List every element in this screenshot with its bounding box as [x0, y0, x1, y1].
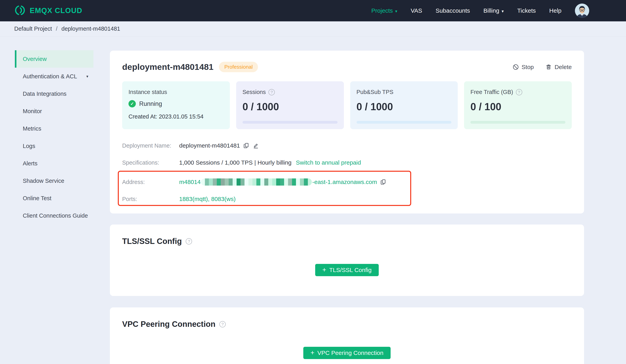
address-redaction: [201, 179, 312, 185]
redacted-block: [260, 179, 264, 185]
plan-badge: Professional: [219, 62, 258, 72]
nav-label: Projects: [371, 7, 393, 14]
sidebar-item-logs[interactable]: Logs: [15, 137, 93, 155]
breadcrumb-current: deployment-m4801481: [61, 26, 120, 32]
address-suffix: -east-1.amazonaws.com: [312, 179, 377, 185]
redacted-block: [233, 179, 236, 185]
address-prefix: m48014: [179, 179, 200, 185]
ports-value: 1883(mqtt), 8083(ws): [179, 196, 235, 202]
breadcrumb-separator: /: [56, 26, 57, 32]
delete-button[interactable]: Delete: [545, 64, 572, 71]
stop-label: Stop: [522, 64, 534, 71]
metric-value: 0 / 1000: [356, 101, 452, 112]
nav-label: VAS: [411, 7, 422, 14]
nav-label: Billing: [483, 7, 499, 14]
metric-cards: Instance status ✓ Running Created At: 20…: [122, 81, 572, 129]
sidebar-item-monitor[interactable]: Monitor: [15, 103, 93, 120]
metric-pubsub-tps: Pub&Sub TPS 0 / 1000: [350, 81, 458, 129]
stop-icon: [512, 64, 519, 71]
redacted-block: [276, 179, 280, 185]
specifications-label: Specifications:: [122, 159, 179, 166]
trash-icon: [545, 64, 552, 71]
redacted-block: [264, 179, 268, 185]
sidebar: Overview Authentication & ACL ▾ Data Int…: [0, 36, 93, 224]
metric-free-traffic: Free Traffic (GB) ? 0 / 100: [464, 81, 572, 129]
nav-item-help[interactable]: Help: [549, 7, 561, 14]
switch-to-annual-prepaid-link[interactable]: Switch to annual prepaid: [296, 159, 361, 166]
specifications-row: Specifications: 1,000 Sessions / 1,000 T…: [122, 158, 572, 168]
brand-logo[interactable]: EMQX CLOUD: [14, 4, 82, 17]
nav-item-projects[interactable]: Projects ▾: [371, 7, 397, 14]
add-vpc-peering-connection-button[interactable]: + VPC Peering Connection: [303, 347, 391, 359]
created-at: Created At: 2023.01.05 15:54: [128, 113, 224, 120]
plus-icon: +: [322, 266, 326, 273]
sidebar-item-label: Online Test: [23, 195, 51, 202]
sidebar-item-online-test[interactable]: Online Test: [15, 189, 93, 207]
top-navigation: Projects ▾ VAS Subaccounts Billing ▾ Tic…: [371, 3, 589, 18]
sidebar-item-alerts[interactable]: Alerts: [15, 155, 93, 172]
redacted-block: [280, 179, 284, 185]
sidebar-item-overview[interactable]: Overview: [15, 50, 93, 68]
redacted-block: [300, 179, 304, 185]
sidebar-item-authentication-acl[interactable]: Authentication & ACL ▾: [15, 68, 93, 85]
sidebar-item-label: Data Integrations: [23, 91, 67, 97]
copy-button[interactable]: [243, 143, 249, 149]
deployment-name-row: Deployment Name: deployment-m4801481: [122, 141, 572, 150]
redacted-block: [304, 179, 308, 185]
sidebar-item-data-integrations[interactable]: Data Integrations: [15, 85, 93, 103]
ports-label: Ports:: [122, 196, 179, 202]
redacted-block: [236, 179, 240, 185]
address-label: Address:: [122, 179, 179, 185]
topbar: EMQX CLOUD Projects ▾ VAS Subaccounts Bi…: [0, 0, 626, 21]
sidebar-item-client-connections-guide[interactable]: Client Connections Guide: [15, 207, 93, 224]
metric-instance-status: Instance status ✓ Running Created At: 20…: [122, 81, 230, 129]
redacted-block: [252, 179, 256, 185]
redacted-block: [288, 179, 292, 185]
sidebar-item-label: Alerts: [23, 160, 38, 167]
copy-icon: [243, 143, 249, 149]
deployment-overview-card: deployment-m4801481 Professional Stop: [110, 51, 584, 214]
metric-sessions: Sessions ? 0 / 1000: [236, 81, 344, 129]
user-avatar[interactable]: [575, 3, 589, 18]
edit-name-button[interactable]: [253, 143, 259, 149]
deployment-name-value: deployment-m4801481: [179, 142, 240, 149]
address-row: Address: m48014 -east-1.amazonaws.com: [122, 177, 572, 187]
metric-value: 0 / 100: [470, 101, 565, 112]
redacted-block: [201, 179, 205, 185]
caret-down-icon: ▾: [502, 9, 504, 13]
redacted-block: [217, 179, 221, 185]
redacted-block: [296, 179, 300, 185]
redacted-block: [268, 179, 272, 185]
stop-button[interactable]: Stop: [512, 64, 534, 71]
metric-label: Instance status: [128, 89, 167, 95]
sidebar-item-shadow-service[interactable]: Shadow Service: [15, 172, 93, 189]
nav-item-vas[interactable]: VAS: [411, 7, 422, 14]
breadcrumb: Default Project / deployment-m4801481: [0, 21, 626, 36]
copy-address-button[interactable]: [380, 179, 387, 185]
breadcrumb-project[interactable]: Default Project: [14, 26, 52, 32]
redacted-block: [209, 179, 213, 185]
help-icon[interactable]: ?: [269, 89, 275, 95]
nav-item-subaccounts[interactable]: Subaccounts: [435, 7, 470, 14]
progress-bar: [470, 121, 565, 124]
address-ports-group: Address: m48014 -east-1.amazonaws.com: [122, 177, 572, 204]
redacted-block: [244, 179, 248, 185]
metric-label: Free Traffic (GB): [470, 89, 513, 95]
help-icon[interactable]: ?: [219, 321, 226, 328]
sidebar-item-metrics[interactable]: Metrics: [15, 120, 93, 137]
main-content: deployment-m4801481 Professional Stop: [110, 36, 584, 364]
help-icon[interactable]: ?: [516, 89, 522, 95]
redacted-block: [221, 179, 225, 185]
button-label: VPC Peering Connection: [317, 350, 384, 356]
deployment-name-label: Deployment Name:: [122, 143, 179, 149]
vpc-peering-connection-card: VPC Peering Connection ? + VPC Peering C…: [110, 307, 584, 364]
deployment-details: Deployment Name: deployment-m4801481: [122, 141, 572, 204]
caret-down-icon: ▾: [395, 9, 397, 13]
status-text: Running: [139, 100, 162, 108]
redacted-block: [256, 179, 260, 185]
nav-item-tickets[interactable]: Tickets: [517, 7, 536, 14]
help-icon[interactable]: ?: [186, 238, 192, 245]
add-tls-ssl-config-button[interactable]: + TLS/SSL Config: [315, 264, 379, 276]
nav-item-billing[interactable]: Billing ▾: [483, 7, 504, 14]
redacted-block: [213, 179, 217, 185]
